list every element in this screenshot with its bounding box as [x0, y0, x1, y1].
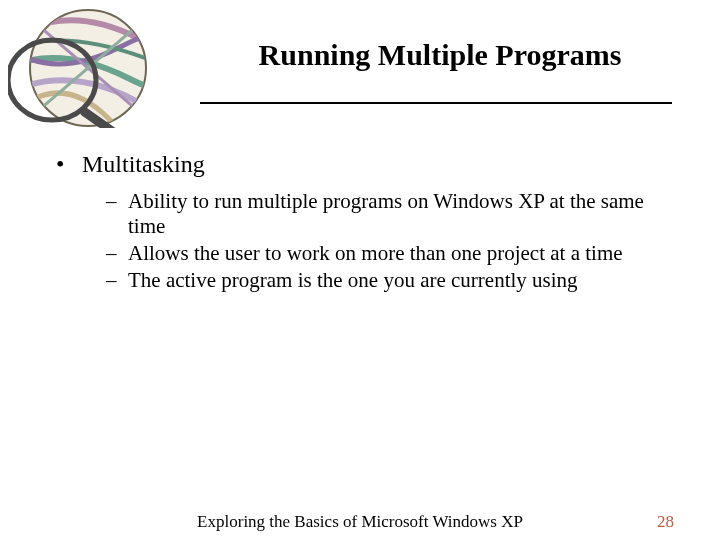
- slide: Running Multiple Programs • Multitasking…: [0, 0, 720, 540]
- decorative-sphere-icon: [8, 8, 168, 128]
- sub-bullet-marker: –: [106, 189, 128, 239]
- bullet-marker: •: [50, 150, 82, 179]
- title-underline: [200, 102, 672, 104]
- slide-body: • Multitasking – Ability to run multiple…: [50, 150, 670, 296]
- bullet-level-1: • Multitasking: [50, 150, 670, 179]
- page-number: 28: [657, 512, 674, 532]
- sub-bullet-list: – Ability to run multiple programs on Wi…: [106, 189, 670, 294]
- sub-bullet-text: The active program is the one you are cu…: [128, 268, 670, 293]
- sub-bullet: – Allows the user to work on more than o…: [106, 241, 670, 266]
- sub-bullet-text: Allows the user to work on more than one…: [128, 241, 670, 266]
- sub-bullet: – The active program is the one you are …: [106, 268, 670, 293]
- sub-bullet-text: Ability to run multiple programs on Wind…: [128, 189, 670, 239]
- bullet-text: Multitasking: [82, 150, 670, 179]
- sub-bullet-marker: –: [106, 268, 128, 293]
- slide-title: Running Multiple Programs: [200, 38, 680, 72]
- footer-caption: Exploring the Basics of Microsoft Window…: [0, 512, 720, 532]
- sub-bullet-marker: –: [106, 241, 128, 266]
- sub-bullet: – Ability to run multiple programs on Wi…: [106, 189, 670, 239]
